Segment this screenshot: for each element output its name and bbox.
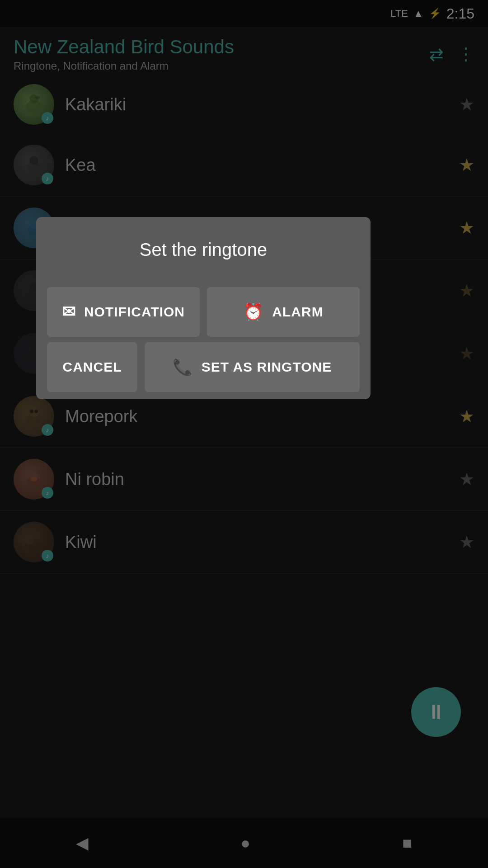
- alarm-button[interactable]: ⏰ ALARM: [207, 287, 360, 337]
- set-ringtone-label: SET AS RINGTONE: [202, 359, 332, 375]
- notification-label: NOTIFICATION: [84, 304, 185, 320]
- alarm-label: ALARM: [272, 304, 323, 320]
- alarm-icon: ⏰: [243, 302, 264, 321]
- set-ringtone-dialog: Set the ringtone ✉ NOTIFICATION ⏰ ALARM …: [36, 217, 371, 399]
- notification-icon: ✉: [62, 302, 76, 321]
- phone-ring-icon: 📞: [173, 358, 193, 377]
- dialog-overlay[interactable]: [0, 0, 488, 868]
- notification-button[interactable]: ✉ NOTIFICATION: [47, 287, 200, 337]
- cancel-button[interactable]: CANCEL: [47, 342, 137, 392]
- dialog-row2: CANCEL 📞 SET AS RINGTONE: [36, 342, 371, 399]
- dialog-title: Set the ringtone: [36, 217, 371, 287]
- set-ringtone-button[interactable]: 📞 SET AS RINGTONE: [145, 342, 360, 392]
- dialog-row1: ✉ NOTIFICATION ⏰ ALARM: [36, 287, 371, 337]
- cancel-label: CANCEL: [63, 359, 122, 375]
